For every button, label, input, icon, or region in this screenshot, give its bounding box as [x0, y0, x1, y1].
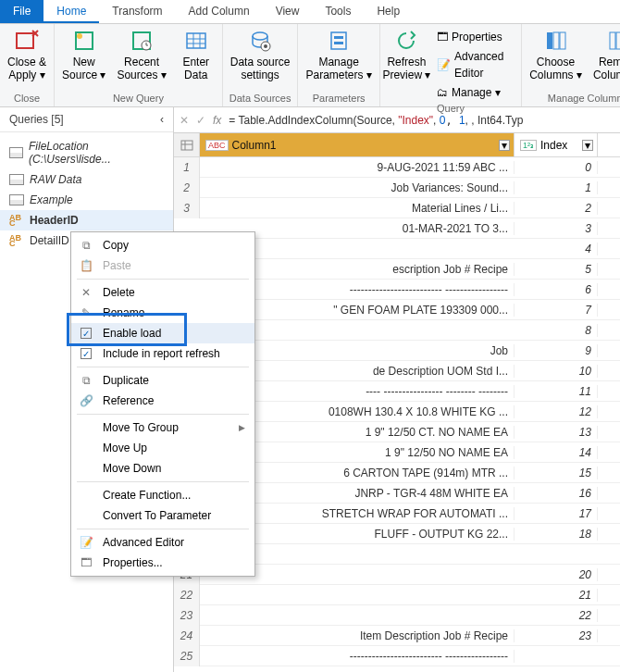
cm-convert-to-parameter[interactable]: Convert To Parameter: [71, 505, 254, 526]
data-source-settings-button[interactable]: Data source settings: [227, 26, 294, 84]
cm-move-up[interactable]: Move Up: [71, 438, 254, 458]
cell-column1[interactable]: 9-AUG-2021 11:59 ABC ...: [200, 161, 515, 174]
table-row[interactable]: 2221: [174, 585, 620, 605]
column-header-index[interactable]: 1²₃ Index ▾: [515, 133, 598, 156]
cell-column1[interactable]: Item Description Job # Recipe: [200, 629, 515, 642]
query-item-2[interactable]: Example: [0, 190, 173, 210]
query-item-0[interactable]: FileLocation (C:\Users\lisde...: [0, 136, 173, 169]
svg-rect-19: [553, 32, 559, 49]
table-row[interactable]: 3Material Lines / Li...2: [174, 198, 620, 218]
manage-button[interactable]: 🗂Manage ▾: [433, 83, 517, 102]
cell-index[interactable]: 0: [515, 161, 598, 174]
cell-index[interactable]: 9: [515, 344, 598, 357]
table-icon: AB C: [9, 235, 24, 246]
svg-rect-25: [181, 141, 192, 150]
cm-include-refresh[interactable]: ✓Include in report refresh: [71, 343, 254, 364]
cell-index[interactable]: 18: [515, 528, 598, 541]
cell-index[interactable]: 23: [515, 629, 598, 642]
cell-index[interactable]: 12: [515, 405, 598, 418]
cell-index[interactable]: 6: [515, 283, 598, 296]
manage-label: Manage ▾: [452, 84, 501, 101]
cm-create-function[interactable]: Create Function...: [71, 485, 254, 505]
table-row[interactable]: 25------------------------- ------------…: [174, 646, 620, 666]
cell-index[interactable]: 16: [515, 487, 598, 500]
cm-duplicate[interactable]: ⧉Duplicate: [71, 370, 254, 391]
remove-columns-button[interactable]: Remove Columns ▾: [589, 26, 620, 84]
formula-cancel-icon[interactable]: ✕: [180, 114, 189, 127]
cell-index[interactable]: 2: [515, 202, 598, 215]
properties-label: Properties: [452, 29, 502, 45]
rename-icon: ✎: [79, 306, 93, 319]
cm-enable-load[interactable]: ✓Enable load: [71, 323, 254, 343]
cm-delete[interactable]: ✕Delete: [71, 282, 254, 303]
manage-parameters-button[interactable]: Manage Parameters ▾: [302, 26, 375, 84]
cell-index[interactable]: 17: [515, 507, 598, 520]
menu-tools[interactable]: Tools: [312, 0, 364, 23]
fx-icon[interactable]: fx: [213, 114, 221, 127]
formula-text[interactable]: = Table.AddIndexColumn(Source, "Index", …: [229, 114, 523, 127]
cell-index[interactable]: 3: [515, 222, 598, 235]
cm-move-down[interactable]: Move Down: [71, 458, 254, 479]
cell-index[interactable]: 20: [515, 568, 598, 581]
svg-rect-21: [610, 32, 615, 49]
cell-column1[interactable]: ------------------------- --------------…: [200, 650, 515, 663]
menu-home[interactable]: Home: [43, 0, 99, 23]
refresh-icon: [393, 28, 419, 54]
cm-move-to-group[interactable]: Move To Group▶: [71, 417, 254, 438]
cell-index[interactable]: 10: [515, 365, 598, 378]
cell-index[interactable]: 13: [515, 426, 598, 439]
cell-index[interactable]: 1: [515, 181, 598, 194]
cell-index[interactable]: 7: [515, 304, 598, 317]
table-row[interactable]: 2Job Variances: Sound...1: [174, 178, 620, 198]
query-item-1[interactable]: RAW Data: [0, 169, 173, 190]
cell-index[interactable]: 22: [515, 609, 598, 622]
table-row[interactable]: 2322: [174, 605, 620, 626]
menu-file[interactable]: File: [0, 0, 43, 23]
cm-reference[interactable]: 🔗Reference: [71, 391, 254, 411]
svg-rect-20: [560, 32, 565, 49]
queries-collapse-icon[interactable]: ‹: [160, 113, 164, 126]
ribbon-group-new-query: New Query: [58, 92, 218, 105]
table-row[interactable]: 19-AUG-2021 11:59 ABC ...0: [174, 157, 620, 178]
menu-view[interactable]: View: [263, 0, 313, 23]
cell-column1[interactable]: Job Variances: Sound...: [200, 181, 515, 194]
row-number-header[interactable]: [174, 133, 200, 156]
cm-copy[interactable]: ⧉Copy: [71, 235, 254, 255]
column-header-column1[interactable]: ABC Column1 ▾: [200, 133, 515, 156]
recent-sources-label: Recent Sources ▾: [117, 56, 166, 82]
query-item-label: DetailID: [30, 234, 69, 247]
svg-point-4: [77, 33, 82, 39]
menu-add-column[interactable]: Add Column: [176, 0, 263, 23]
menu-transform[interactable]: Transform: [99, 0, 175, 23]
column1-filter-icon[interactable]: ▾: [499, 140, 510, 151]
query-item-3[interactable]: AB CHeaderID: [0, 210, 173, 230]
enter-data-label: Enter Data: [182, 56, 209, 82]
cell-column1[interactable]: Material Lines / Li...: [200, 202, 515, 215]
menu-help[interactable]: Help: [364, 0, 413, 23]
column-index-filter-icon[interactable]: ▾: [582, 140, 593, 151]
table-row[interactable]: 24Item Description Job # Recipe23: [174, 626, 620, 646]
enter-data-button[interactable]: Enter Data: [174, 26, 218, 84]
advanced-editor-button[interactable]: 📝Advanced Editor: [433, 47, 517, 82]
cell-index[interactable]: 21: [515, 589, 598, 602]
cell-index[interactable]: 8: [515, 324, 598, 337]
cm-advanced-editor[interactable]: 📝Advanced Editor: [71, 532, 254, 553]
paste-icon: 📋: [79, 259, 93, 272]
cell-index[interactable]: 14: [515, 446, 598, 459]
close-and-apply-button[interactable]: Close & Apply ▾: [4, 26, 50, 84]
cm-properties[interactable]: 🗔Properties...: [71, 553, 254, 573]
table-icon: [9, 194, 24, 205]
formula-accept-icon[interactable]: ✓: [196, 114, 205, 127]
copy-icon: ⧉: [79, 239, 93, 252]
refresh-preview-button[interactable]: Refresh Preview ▾: [384, 26, 429, 84]
column-index-label: Index: [540, 139, 567, 152]
cell-index[interactable]: 5: [515, 263, 598, 276]
recent-sources-button[interactable]: Recent Sources ▾: [113, 26, 169, 84]
cm-rename[interactable]: ✎Rename: [71, 303, 254, 323]
cell-index[interactable]: 11: [515, 385, 598, 398]
properties-button[interactable]: 🗔Properties: [433, 28, 517, 46]
choose-columns-button[interactable]: Choose Columns ▾: [526, 26, 586, 84]
new-source-button[interactable]: New Source ▾: [58, 26, 109, 84]
cell-index[interactable]: 4: [515, 243, 598, 255]
cell-index[interactable]: 15: [515, 467, 598, 479]
